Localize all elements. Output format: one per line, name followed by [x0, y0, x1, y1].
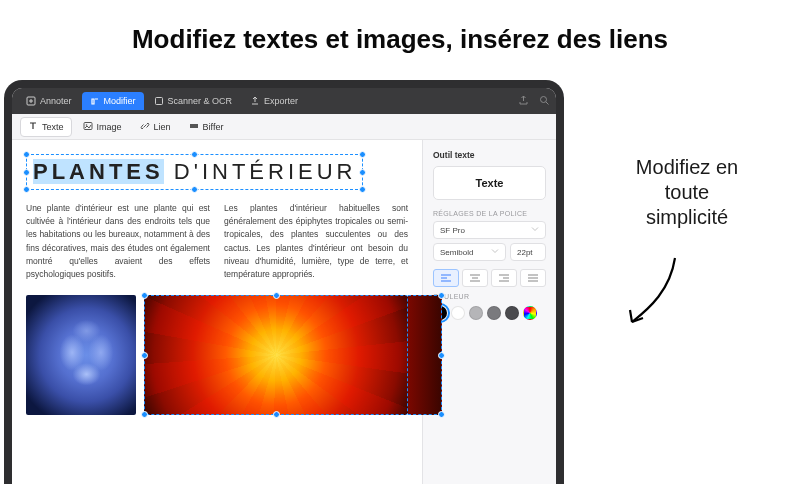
font-size-value: 22pt: [517, 248, 533, 257]
text-icon: [28, 121, 38, 133]
subtab-label: Biffer: [203, 122, 224, 132]
marketing-callout: Modifiez en toute simplicité: [622, 155, 752, 230]
tab-label: Scanner & OCR: [168, 96, 233, 106]
tab-label: Modifier: [104, 96, 136, 106]
share-icon[interactable]: [518, 95, 529, 108]
tab-label: Annoter: [40, 96, 72, 106]
image-icon: [83, 121, 93, 133]
doc-image-red-flower[interactable]: [144, 295, 408, 415]
font-section-label: RÉGLAGES DE LA POLICE: [433, 210, 546, 217]
swatch-color-picker[interactable]: [523, 306, 537, 320]
subtab-label: Image: [97, 122, 122, 132]
font-weight-value: Semibold: [440, 248, 473, 257]
font-family-value: SF Pro: [440, 226, 465, 235]
tab-modifier[interactable]: Modifier: [82, 92, 144, 110]
font-size-select[interactable]: 22pt: [510, 243, 546, 261]
tab-exporter[interactable]: Exporter: [242, 92, 306, 110]
align-right-button[interactable]: [491, 269, 517, 287]
swatch-dark-gray[interactable]: [505, 306, 519, 320]
align-center-button[interactable]: [462, 269, 488, 287]
chevron-down-icon: [531, 225, 539, 235]
svg-point-2: [541, 96, 547, 102]
color-section-label: COULEUR: [433, 293, 546, 300]
subtab-biffer[interactable]: Biffer: [182, 118, 231, 136]
top-tab-bar: Annoter Modifier Scanner & OCR Exporter: [12, 88, 556, 114]
arrow-annotation: [620, 250, 690, 340]
tab-label: Exporter: [264, 96, 298, 106]
panel-title: Outil texte: [433, 150, 546, 160]
doc-column-1[interactable]: Une plante d'intérieur est une plante qu…: [26, 202, 210, 281]
search-icon[interactable]: [539, 95, 550, 108]
export-icon: [250, 96, 260, 106]
redact-icon: [189, 121, 199, 133]
subtab-label: Texte: [42, 122, 64, 132]
swatch-gray[interactable]: [487, 306, 501, 320]
doc-column-2[interactable]: Les plantes d'intérieur habituelles sont…: [224, 202, 408, 281]
annotate-icon: [26, 96, 36, 106]
doc-image-blue-flower[interactable]: [26, 295, 136, 415]
edit-icon: [90, 96, 100, 106]
swatch-light-gray[interactable]: [469, 306, 483, 320]
hero-title: Modifiez textes et images, insérez des l…: [0, 0, 800, 71]
scanner-icon: [154, 96, 164, 106]
tab-scanner[interactable]: Scanner & OCR: [146, 92, 241, 110]
app-screen: Annoter Modifier Scanner & OCR Exporter: [12, 88, 556, 484]
text-style-preview[interactable]: Texte: [433, 166, 546, 200]
inspector-panel: Outil texte Texte RÉGLAGES DE LA POLICE …: [422, 140, 556, 484]
laptop-frame: Annoter Modifier Scanner & OCR Exporter: [4, 80, 564, 484]
svg-rect-5: [190, 124, 198, 128]
font-weight-select[interactable]: Semibold: [433, 243, 506, 261]
font-family-select[interactable]: SF Pro: [433, 221, 546, 239]
align-justify-button[interactable]: [520, 269, 546, 287]
chevron-down-icon: [491, 247, 499, 257]
tab-annoter[interactable]: Annoter: [18, 92, 80, 110]
doc-heading[interactable]: PLANTES D'INTÉRIEUR: [33, 159, 356, 185]
color-swatches: [433, 306, 546, 320]
document-area[interactable]: PLANTES D'INTÉRIEUR Une plante d'intérie…: [12, 140, 422, 484]
subtab-label: Lien: [154, 122, 171, 132]
subtab-texte[interactable]: Texte: [20, 117, 72, 137]
svg-rect-1: [155, 98, 162, 105]
subtab-lien[interactable]: Lien: [133, 118, 178, 136]
selected-text-frame[interactable]: PLANTES D'INTÉRIEUR: [26, 154, 363, 190]
align-left-button[interactable]: [433, 269, 459, 287]
link-icon: [140, 121, 150, 133]
subtab-image[interactable]: Image: [76, 118, 129, 136]
doc-image-overflow: [408, 295, 442, 415]
swatch-white[interactable]: [451, 306, 465, 320]
sub-toolbar: Texte Image Lien Biffer: [12, 114, 556, 140]
